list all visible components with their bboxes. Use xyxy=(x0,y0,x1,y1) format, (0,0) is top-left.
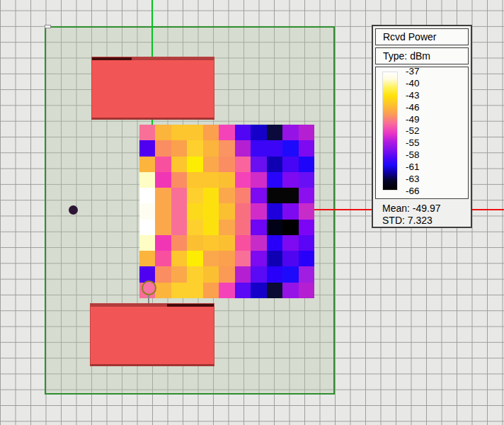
heatmap-cell xyxy=(171,188,187,203)
heatmap-cell xyxy=(251,188,266,203)
heatmap-cell xyxy=(235,203,251,219)
heatmap-cell xyxy=(155,172,171,188)
heatmap-cell xyxy=(235,283,251,298)
heatmap-cell xyxy=(282,235,298,251)
heatmap-cell xyxy=(139,220,155,235)
heatmap-cell xyxy=(171,251,187,266)
heatmap-cell xyxy=(235,188,251,203)
heatmap-cell xyxy=(187,203,202,219)
heatmap-cell xyxy=(203,125,219,140)
heatmap-cell xyxy=(187,283,202,298)
heatmap-cell xyxy=(251,251,266,266)
heatmap-cell xyxy=(203,172,219,188)
building-roof-edge xyxy=(91,304,214,307)
heatmap-cell xyxy=(235,125,251,140)
heatmap-cell xyxy=(139,235,155,251)
heatmap-cell xyxy=(171,172,187,188)
heatmap-cell xyxy=(219,140,234,156)
heatmap-cell xyxy=(299,203,314,219)
heatmap-cell xyxy=(267,235,282,251)
receiver-point-marker[interactable] xyxy=(69,205,78,215)
heatmap-cell xyxy=(299,283,314,298)
heatmap-cell xyxy=(219,251,234,266)
heatmap-cell xyxy=(203,188,219,203)
heatmap-cell xyxy=(219,157,234,172)
colorbar-ticks: -37-40-43-46-49-52-55-58-61-63-66 xyxy=(406,66,420,196)
heatmap-cell xyxy=(235,220,251,235)
heatmap-cell xyxy=(155,140,171,156)
heatmap-cell xyxy=(299,157,314,172)
heatmap-cell xyxy=(282,283,298,298)
heatmap-cell xyxy=(219,188,234,203)
heatmap-cell xyxy=(187,140,202,156)
heatmap-cell xyxy=(155,235,171,251)
heatmap-cell xyxy=(219,172,234,188)
heatmap-cell xyxy=(267,251,282,266)
rcvd-power-heatmap[interactable] xyxy=(139,125,314,298)
heatmap-cell xyxy=(171,125,187,140)
heatmap-cell xyxy=(267,157,282,172)
heatmap-cell xyxy=(155,157,171,172)
building-roof-dark-segment xyxy=(92,57,132,60)
heatmap-cell xyxy=(187,220,202,235)
heatmap-cell xyxy=(219,266,234,282)
heatmap-cell xyxy=(299,188,314,203)
building-bottom[interactable] xyxy=(90,303,214,366)
heatmap-cell xyxy=(219,125,234,140)
heatmap-cell xyxy=(155,283,171,298)
heatmap-cell xyxy=(219,235,234,251)
heatmap-cell xyxy=(299,235,314,251)
heatmap-cell xyxy=(155,251,171,266)
heatmap-cell xyxy=(203,235,219,251)
heatmap-cell xyxy=(203,283,219,298)
colorbar-tick-label: -58 xyxy=(406,149,420,160)
heatmap-cell xyxy=(299,220,314,235)
legend-mean-label: Mean: -49.97 xyxy=(382,203,469,215)
heatmap-cell xyxy=(282,251,298,266)
heatmap-cell xyxy=(282,140,298,156)
heatmap-cell xyxy=(235,251,251,266)
heatmap-cell xyxy=(282,266,298,282)
heatmap-cell xyxy=(171,220,187,235)
legend-panel[interactable]: Rcvd Power Type: dBm -37-40-43-46-49-52-… xyxy=(372,25,472,228)
heatmap-cell xyxy=(203,157,219,172)
colorbar-tick-label: -66 xyxy=(406,186,420,196)
heatmap-cell xyxy=(251,220,266,235)
heatmap-cell xyxy=(171,203,187,219)
heatmap-cell xyxy=(155,220,171,235)
transmitter-point-marker[interactable] xyxy=(142,280,156,295)
heatmap-cell xyxy=(187,251,202,266)
heatmap-cell xyxy=(235,140,251,156)
heatmap-cell xyxy=(299,251,314,266)
heatmap-cell xyxy=(267,203,282,219)
heatmap-cell xyxy=(267,220,282,235)
heatmap-cell xyxy=(155,203,171,219)
heatmap-cell xyxy=(282,125,298,140)
heatmap-cell xyxy=(139,125,155,140)
legend-color-scale: -37-40-43-46-49-52-55-58-61-63-66 xyxy=(375,67,469,199)
colorbar-tick-label: -46 xyxy=(406,102,420,113)
heatmap-cell xyxy=(267,125,282,140)
heatmap-cell xyxy=(235,235,251,251)
heatmap-cell xyxy=(282,188,298,203)
heatmap-cell xyxy=(251,172,266,188)
heatmap-cell xyxy=(251,125,266,140)
colorbar-tick-label: -37 xyxy=(406,66,420,76)
heatmap-cell xyxy=(251,203,266,219)
heatmap-cell xyxy=(171,140,187,156)
building-top[interactable] xyxy=(91,57,214,120)
heatmap-cell xyxy=(171,157,187,172)
heatmap-cell xyxy=(171,283,187,298)
vertex-handle[interactable] xyxy=(45,25,51,28)
heatmap-cell xyxy=(251,283,266,298)
heatmap-cell xyxy=(251,266,266,282)
heatmap-cell xyxy=(267,172,282,188)
heatmap-cell xyxy=(235,172,251,188)
heatmap-cell xyxy=(267,140,282,156)
heatmap-cell xyxy=(219,220,234,235)
scene-viewport[interactable]: Rcvd Power Type: dBm -37-40-43-46-49-52-… xyxy=(0,0,504,425)
heatmap-cell xyxy=(267,266,282,282)
heatmap-cell xyxy=(155,188,171,203)
colorbar-tick-label: -61 xyxy=(406,162,420,172)
heatmap-cell xyxy=(187,235,202,251)
